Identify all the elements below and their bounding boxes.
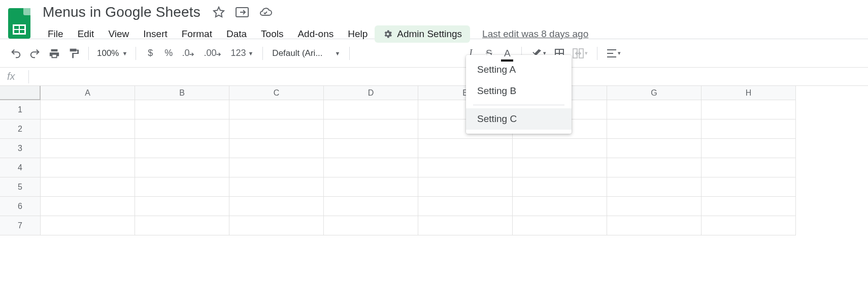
cell[interactable] xyxy=(513,158,607,177)
format-currency-button[interactable]: $ xyxy=(141,44,159,63)
cell[interactable] xyxy=(135,197,229,216)
cell[interactable] xyxy=(135,100,229,119)
row-header[interactable]: 5 xyxy=(0,177,41,197)
dropdown-item-setting-b[interactable]: Setting B xyxy=(466,80,572,102)
cell[interactable] xyxy=(229,119,324,139)
cell[interactable] xyxy=(229,100,324,119)
col-header[interactable]: B xyxy=(135,86,229,100)
cell[interactable] xyxy=(513,177,607,197)
menu-data[interactable]: Data xyxy=(219,25,254,43)
dropdown-item-setting-a[interactable]: Setting A xyxy=(466,59,572,80)
cell[interactable] xyxy=(607,216,702,235)
move-icon[interactable] xyxy=(235,5,249,19)
text-color-button[interactable]: A xyxy=(498,44,516,63)
menu-help[interactable]: Help xyxy=(341,25,375,43)
cell[interactable] xyxy=(229,158,324,177)
select-all-corner[interactable] xyxy=(0,86,41,100)
row-header[interactable]: 7 xyxy=(0,216,41,235)
cell[interactable] xyxy=(41,177,135,197)
document-title[interactable]: Menus in Google Sheets xyxy=(41,3,203,21)
cell[interactable] xyxy=(418,177,513,197)
row-header[interactable]: 6 xyxy=(0,197,41,216)
cell[interactable] xyxy=(702,197,796,216)
menu-format[interactable]: Format xyxy=(175,25,219,43)
row-header[interactable]: 4 xyxy=(0,158,41,177)
cloud-status-icon[interactable] xyxy=(258,5,273,19)
cell[interactable] xyxy=(229,197,324,216)
cell[interactable] xyxy=(324,158,418,177)
row-header[interactable]: 2 xyxy=(0,119,41,139)
cell[interactable] xyxy=(702,158,796,177)
cell[interactable] xyxy=(41,197,135,216)
cell[interactable] xyxy=(41,119,135,139)
decrease-decimal-button[interactable]: .0 xyxy=(178,44,199,63)
menu-edit[interactable]: Edit xyxy=(71,25,102,43)
menu-view[interactable]: View xyxy=(101,25,136,43)
cell[interactable] xyxy=(135,177,229,197)
cell[interactable] xyxy=(41,139,135,158)
cell[interactable] xyxy=(41,158,135,177)
cell[interactable] xyxy=(135,216,229,235)
cell[interactable] xyxy=(324,119,418,139)
col-header[interactable]: A xyxy=(41,86,135,100)
cell[interactable] xyxy=(418,139,513,158)
cell[interactable] xyxy=(702,119,796,139)
cell[interactable] xyxy=(702,139,796,158)
cell[interactable] xyxy=(135,139,229,158)
cell[interactable] xyxy=(418,216,513,235)
format-percent-button[interactable]: % xyxy=(159,44,178,63)
redo-button[interactable] xyxy=(25,44,45,63)
cell[interactable] xyxy=(702,177,796,197)
cell[interactable] xyxy=(607,177,702,197)
cell[interactable] xyxy=(513,197,607,216)
menu-insert[interactable]: Insert xyxy=(136,25,175,43)
cell[interactable] xyxy=(607,100,702,119)
number-format-select[interactable]: 123 ▼ xyxy=(226,44,257,63)
paint-format-button[interactable] xyxy=(64,44,83,63)
font-select[interactable]: Default (Ari... ▼ xyxy=(268,44,344,63)
cell[interactable] xyxy=(607,119,702,139)
spreadsheet-grid[interactable]: A B C D E F G H 1 2 3 4 5 6 7 xyxy=(0,86,868,235)
row-header[interactable]: 1 xyxy=(0,100,41,119)
cell[interactable] xyxy=(702,216,796,235)
menu-admin-settings[interactable]: Admin Settings xyxy=(375,25,470,43)
col-header[interactable]: H xyxy=(702,86,796,100)
cell[interactable] xyxy=(607,158,702,177)
increase-decimal-button[interactable]: .00 xyxy=(199,44,226,63)
cell[interactable] xyxy=(607,197,702,216)
cell[interactable] xyxy=(418,158,513,177)
cell[interactable] xyxy=(702,100,796,119)
last-edit-link[interactable]: Last edit was 8 days ago xyxy=(482,28,588,40)
cell[interactable] xyxy=(229,216,324,235)
sheets-logo[interactable] xyxy=(8,4,35,40)
cell[interactable] xyxy=(229,139,324,158)
cell[interactable] xyxy=(41,100,135,119)
col-header[interactable]: D xyxy=(324,86,418,100)
cell[interactable] xyxy=(135,119,229,139)
col-header[interactable]: C xyxy=(229,86,324,100)
cell[interactable] xyxy=(135,158,229,177)
menu-tools[interactable]: Tools xyxy=(254,25,290,43)
zoom-select[interactable]: 100% ▼ xyxy=(94,48,130,58)
cell[interactable] xyxy=(324,216,418,235)
col-header[interactable]: G xyxy=(607,86,702,100)
merge-cells-button[interactable]: ▾ xyxy=(569,44,592,63)
menu-file[interactable]: File xyxy=(41,25,71,43)
cell[interactable] xyxy=(324,100,418,119)
dropdown-item-setting-c[interactable]: Setting C xyxy=(466,108,572,130)
print-button[interactable] xyxy=(45,44,64,63)
cell[interactable] xyxy=(607,139,702,158)
horizontal-align-button[interactable]: ▾ xyxy=(603,44,625,63)
row-header[interactable]: 3 xyxy=(0,139,41,158)
undo-button[interactable] xyxy=(6,44,25,63)
cell[interactable] xyxy=(324,177,418,197)
menu-addons[interactable]: Add-ons xyxy=(290,25,341,43)
cell[interactable] xyxy=(41,216,135,235)
cell[interactable] xyxy=(324,197,418,216)
formula-input[interactable] xyxy=(32,68,868,85)
star-icon[interactable] xyxy=(212,5,226,19)
cell[interactable] xyxy=(324,139,418,158)
cell[interactable] xyxy=(513,139,607,158)
cell[interactable] xyxy=(229,177,324,197)
cell[interactable] xyxy=(513,216,607,235)
